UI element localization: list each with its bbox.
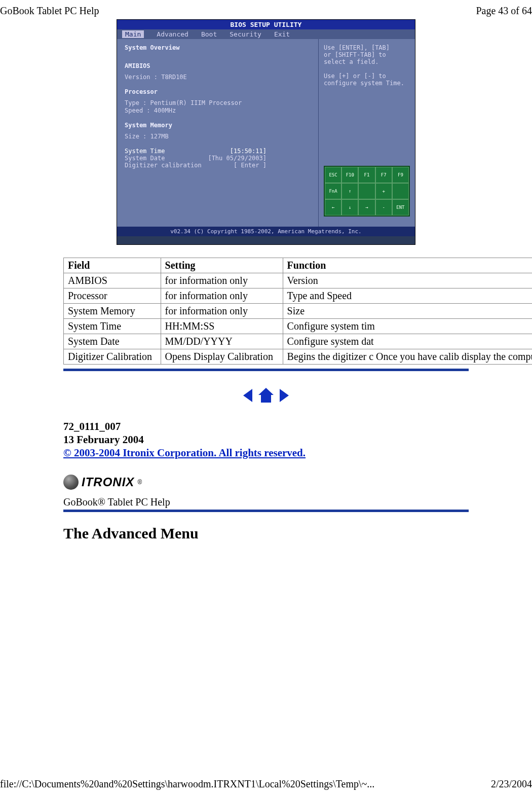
table-row: AMBIOS for information only Version [64, 273, 533, 288]
table-row: Digitizer Calibration Opens Display Cali… [64, 349, 533, 365]
td: Size [283, 304, 532, 319]
bios-digi-val: [ Enter ] [234, 162, 267, 169]
td: for information only [161, 288, 283, 304]
table-header-row: Field Setting Function [64, 258, 533, 273]
divider [63, 510, 469, 512]
key: F1 [358, 167, 375, 183]
page-footer: file://C:\Documents%20and%20Settings\har… [0, 778, 532, 790]
nav-icons [63, 386, 469, 405]
bios-help1: Use [ENTER], [TAB] [324, 44, 410, 51]
key: ↓ [341, 199, 358, 215]
bios-menu-advanced: Advanced [157, 30, 188, 38]
key: → [358, 199, 375, 215]
bios-systime: System Time [125, 148, 165, 155]
bios-systime-val: [15:50:11] [230, 148, 267, 155]
doc-date: 13 February 2004 [63, 433, 469, 446]
bios-sysmem: System Memory [125, 122, 311, 129]
td: System Date [64, 334, 161, 349]
nav-next-icon[interactable] [278, 387, 292, 404]
key: + [375, 183, 392, 199]
key: ↑ [341, 183, 358, 199]
key: F9 [392, 167, 409, 183]
bios-menu-exit: Exit [274, 30, 290, 38]
td: for information only [161, 273, 283, 288]
logo-row: ITRONIX ® [63, 475, 469, 492]
key: ESC [325, 167, 341, 183]
bios-ptype: Type : Pentium(R) IIIM Processor [125, 99, 311, 106]
table-row: Processor for information only Type and … [64, 288, 533, 304]
bios-right-panel: Use [ENTER], [TAB] or [SHIFT-TAB] to sel… [319, 39, 415, 227]
th-setting: Setting [161, 258, 283, 273]
svg-marker-1 [258, 388, 274, 403]
td: Configure system tim [283, 319, 532, 334]
section-heading: The Advanced Menu [63, 525, 469, 542]
bios-version: Version : T8RD10E [125, 74, 311, 81]
nav-prev-icon[interactable] [240, 387, 254, 404]
bios-processor: Processor [125, 88, 311, 95]
td: Digitizer Calibration [64, 349, 161, 365]
key: FnA [325, 183, 341, 199]
key: ENT [392, 199, 409, 215]
key [392, 183, 409, 199]
td: System Time [64, 319, 161, 334]
subtitle: GoBook® Tablet PC Help [63, 496, 469, 508]
table-row: System Memory for information only Size [64, 304, 533, 319]
itronix-logo: ITRONIX ® [63, 475, 142, 490]
td: Version [283, 273, 532, 288]
bios-help3: select a field. [324, 58, 410, 65]
bios-pspeed: Speed : 400MHz [125, 107, 311, 114]
bios-menubar: Main Advanced Boot Security Exit [117, 29, 415, 39]
td: HH:MM:SS [161, 319, 283, 334]
bios-menu-security: Security [230, 30, 261, 38]
nav-home-icon[interactable] [257, 386, 275, 405]
td: Processor [64, 288, 161, 304]
bios-amibios: AMIBIOS [125, 62, 311, 69]
td: for information only [161, 304, 283, 319]
footer-path: file://C:\Documents%20and%20Settings\har… [0, 778, 374, 790]
bios-help2: or [SHIFT-TAB] to [324, 51, 410, 58]
key: - [375, 199, 392, 215]
table-row: System Time HH:MM:SS Configure system ti… [64, 319, 533, 334]
bios-sysdate-val: [Thu 05/29/2003] [208, 155, 267, 162]
td: Type and Speed [283, 288, 532, 304]
fields-table: Field Setting Function AMBIOS for inform… [63, 258, 532, 365]
reg-mark: ® [137, 479, 142, 486]
bios-overview: System Overview [125, 44, 311, 51]
bios-size: Size : 127MB [125, 133, 311, 140]
bios-digi: Digitizer calibration [125, 162, 202, 169]
svg-marker-0 [243, 389, 252, 402]
svg-marker-2 [280, 389, 289, 402]
td: Begins the digitizer c Once you have cal… [283, 349, 532, 365]
table-row: System Date MM/DD/YYYY Configure system … [64, 334, 533, 349]
key: F7 [375, 167, 392, 183]
td: System Memory [64, 304, 161, 319]
doc-id: 72_0111_007 [63, 420, 469, 433]
header-left: GoBook Tablet PC Help [0, 5, 99, 17]
td: AMBIOS [64, 273, 161, 288]
copyright-link[interactable]: © 2003-2004 Itronix Corporation. All rig… [63, 447, 306, 459]
td: Opens Display Calibration [161, 349, 283, 365]
th-function: Function [283, 258, 532, 273]
bios-footer: v02.34 (C) Copyright 1985-2002, American… [117, 227, 415, 236]
key: F10 [341, 167, 358, 183]
bios-screenshot: BIOS SETUP UTILITY Main Advanced Boot Se… [117, 19, 415, 245]
logo-text: ITRONIX [82, 475, 134, 489]
bios-menu-boot: Boot [201, 30, 217, 38]
key [358, 183, 375, 199]
td: MM/DD/YYYY [161, 334, 283, 349]
bios-sysdate: System Date [125, 155, 165, 162]
bios-menu-main: Main [122, 30, 144, 38]
key: ← [325, 199, 341, 215]
divider [63, 369, 469, 371]
header-right: Page 43 of 64 [476, 5, 532, 17]
td: Configure system dat [283, 334, 532, 349]
th-field: Field [64, 258, 161, 273]
bios-left-panel: System Overview AMIBIOS Version : T8RD10… [117, 39, 319, 227]
bios-keygrid: ESC F10 F1 F7 F9 FnA ↑ + ← ↓ → - ENT [324, 166, 410, 216]
footer-date: 2/23/2004 [491, 778, 532, 790]
bios-title: BIOS SETUP UTILITY [117, 20, 415, 29]
bios-help4: Use [+] or [-] to [324, 73, 410, 80]
globe-icon [63, 475, 79, 490]
page-header: GoBook Tablet PC Help Page 43 of 64 [0, 0, 532, 19]
bios-help5: configure system Time. [324, 80, 410, 87]
